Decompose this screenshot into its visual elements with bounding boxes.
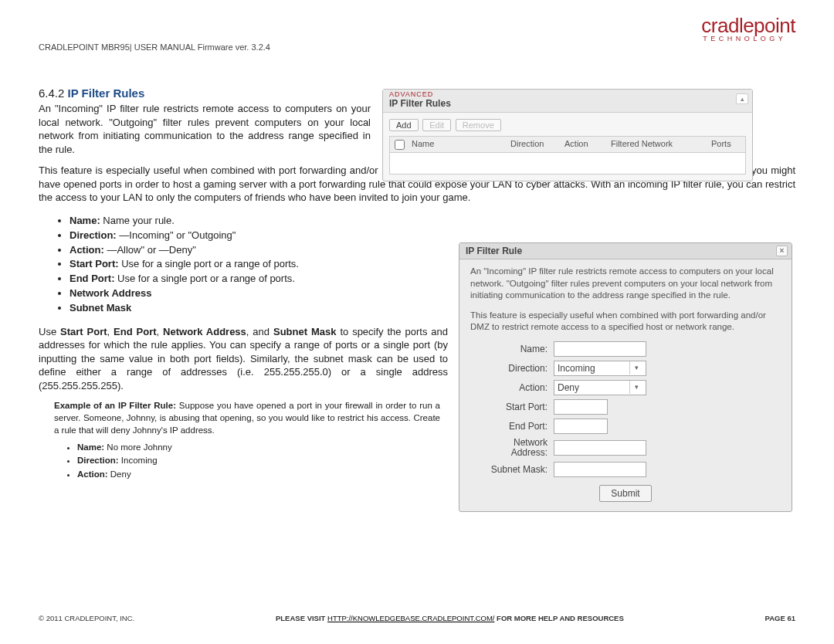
form-row-action: Action: Deny ▾ bbox=[470, 380, 781, 395]
network-address-label: NetworkAddress: bbox=[470, 438, 548, 458]
list-item: Action: ―Allow" or ―Deny" bbox=[70, 243, 456, 258]
chevron-down-icon: ▾ bbox=[629, 381, 642, 394]
end-port-input[interactable] bbox=[554, 419, 608, 434]
network-address-input[interactable] bbox=[554, 440, 646, 456]
col-name: Name bbox=[407, 137, 506, 152]
toolbar: Add Edit Remove bbox=[389, 119, 746, 131]
close-icon[interactable]: × bbox=[776, 246, 788, 256]
form-row-network-address: NetworkAddress: bbox=[470, 438, 781, 458]
footer-copyright: © 2011 CRADLEPOINT, INC. bbox=[39, 614, 134, 622]
list-item: Direction: ―Incoming" or "Outgoing" bbox=[70, 229, 456, 243]
checkbox-header bbox=[390, 137, 407, 152]
col-network: Filtered Network bbox=[606, 137, 707, 152]
collapse-button[interactable]: ▴ bbox=[736, 93, 748, 104]
dialog-title: IP Filter Rule bbox=[466, 246, 522, 256]
list-item: Subnet Mask bbox=[70, 301, 456, 316]
start-port-input[interactable] bbox=[554, 399, 608, 415]
select-all-checkbox[interactable] bbox=[395, 140, 405, 150]
end-port-label: End Port: bbox=[470, 421, 548, 432]
action-label: Action: bbox=[470, 382, 548, 393]
section-number: 6.4.2 bbox=[39, 86, 64, 100]
direction-value: Incoming bbox=[558, 363, 595, 374]
col-ports: Ports bbox=[707, 137, 745, 152]
dialog-help-1: An "Incoming" IP filter rule restricts r… bbox=[470, 266, 781, 302]
advanced-label: ADVANCED bbox=[389, 90, 746, 98]
field-description-list: Name: Name your rule. Direction: ―Incomi… bbox=[70, 214, 456, 316]
direction-label: Direction: bbox=[470, 363, 548, 374]
remove-button[interactable]: Remove bbox=[456, 119, 501, 131]
action-select[interactable]: Deny ▾ bbox=[554, 380, 646, 395]
dialog-header: IP Filter Rule × bbox=[459, 243, 792, 259]
ip-filter-rule-dialog: IP Filter Rule × An "Incoming" IP filter… bbox=[459, 242, 792, 512]
intro-paragraph-1: An "Incoming" IP filter rule restricts r… bbox=[39, 102, 371, 156]
chevron-down-icon: ▾ bbox=[629, 361, 642, 375]
panel-body: Add Edit Remove Name Direction Action Fi… bbox=[383, 113, 752, 181]
list-item: Network Address bbox=[70, 286, 456, 301]
form-row-end-port: End Port: bbox=[470, 419, 781, 434]
list-item: Name: Name your rule. bbox=[70, 214, 456, 229]
panel-title: IP Filter Rules bbox=[389, 98, 746, 109]
panel-header: ADVANCED IP Filter Rules ▴ bbox=[383, 90, 752, 113]
brand-logo: cradlepoint TECHNOLOGY bbox=[701, 14, 795, 42]
dialog-help-2: This feature is especially useful when c… bbox=[470, 310, 781, 334]
page-footer: © 2011 CRADLEPOINT, INC. PLEASE VISIT HT… bbox=[39, 614, 795, 622]
submit-button[interactable]: Submit bbox=[599, 485, 651, 502]
footer-link[interactable]: HTTP://KNOWLEDGEBASE.CRADLEPOINT.COM/ bbox=[327, 614, 494, 622]
subnet-mask-label: Subnet Mask: bbox=[470, 464, 548, 475]
add-button[interactable]: Add bbox=[389, 119, 419, 131]
ip-filter-rules-panel: ADVANCED IP Filter Rules ▴ Add Edit Remo… bbox=[382, 89, 753, 181]
example-paragraph: Example of an IP Filter Rule: Suppose yo… bbox=[54, 400, 440, 436]
action-value: Deny bbox=[558, 382, 579, 393]
list-item: Start Port: Use for a single port or a r… bbox=[70, 257, 456, 272]
logo-subtext: TECHNOLOGY bbox=[703, 35, 795, 42]
form-row-name: Name: bbox=[470, 341, 781, 357]
section-title: IP Filter Rules bbox=[68, 86, 145, 100]
form-row-direction: Direction: Incoming ▾ bbox=[470, 361, 781, 376]
usage-paragraph: Use Start Port, End Port, Network Addres… bbox=[39, 325, 448, 393]
document-header-line: CRADLEPOINT MBR95| USER MANUAL Firmware … bbox=[39, 42, 795, 52]
footer-center: PLEASE VISIT HTTP://KNOWLEDGEBASE.CRADLE… bbox=[134, 614, 764, 622]
list-item: End Port: Use for a single port or a ran… bbox=[70, 272, 456, 286]
table-body-empty bbox=[389, 153, 746, 175]
edit-button[interactable]: Edit bbox=[422, 119, 451, 131]
col-direction: Direction bbox=[506, 137, 560, 152]
form-row-start-port: Start Port: bbox=[470, 399, 781, 415]
subnet-mask-input[interactable] bbox=[554, 462, 646, 477]
dialog-body: An "Incoming" IP filter rule restricts r… bbox=[459, 259, 792, 511]
name-input[interactable] bbox=[554, 341, 646, 357]
col-action: Action bbox=[560, 137, 606, 152]
form-row-subnet-mask: Subnet Mask: bbox=[470, 462, 781, 477]
start-port-label: Start Port: bbox=[470, 402, 548, 412]
name-label: Name: bbox=[470, 344, 548, 354]
table-header: Name Direction Action Filtered Network P… bbox=[389, 136, 746, 153]
footer-page-number: PAGE 61 bbox=[765, 614, 795, 622]
direction-select[interactable]: Incoming ▾ bbox=[554, 361, 646, 376]
submit-row: Submit bbox=[470, 485, 781, 502]
